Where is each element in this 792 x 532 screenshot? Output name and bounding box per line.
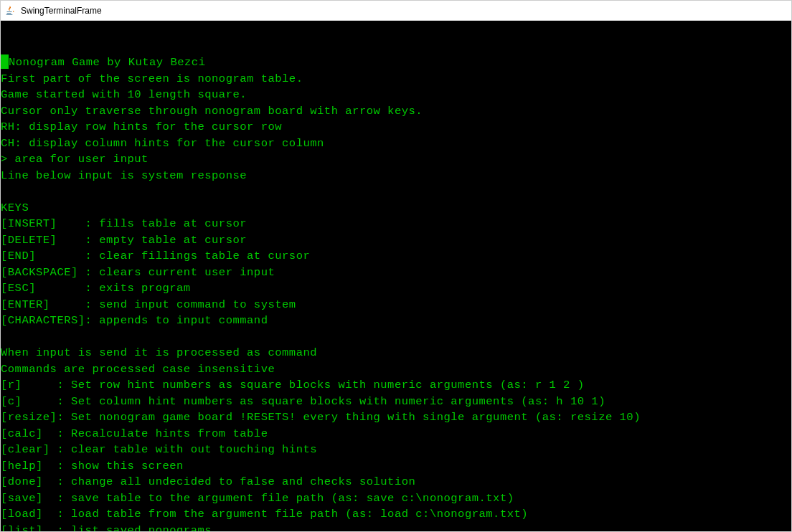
terminal-line: [END] : clear fillings table at cursor bbox=[1, 248, 791, 265]
terminal-line: [save] : save table to the argument file… bbox=[1, 490, 791, 507]
terminal-area[interactable]: Nonogram Game by Kutay BezciFirst part o… bbox=[1, 21, 791, 531]
cursor-block bbox=[1, 54, 9, 69]
terminal-line: When input is send it is processed as co… bbox=[1, 345, 791, 361]
terminal-line: > area for user input bbox=[1, 151, 791, 168]
terminal-line: Cursor only traverse through nonogram bo… bbox=[1, 103, 791, 120]
terminal-line: [INSERT] : fills table at cursor bbox=[1, 216, 791, 232]
terminal-line: [ESC] : exits program bbox=[1, 280, 791, 297]
terminal-line: [c] : Set column hint numbers as square … bbox=[1, 394, 791, 410]
terminal-line: [load] : load table from the argument fi… bbox=[1, 506, 791, 523]
terminal-line: Nonogram Game by Kutay Bezci bbox=[1, 54, 791, 71]
terminal-line: Line below input is system response bbox=[1, 168, 791, 184]
terminal-line: KEYS bbox=[1, 200, 791, 217]
java-icon bbox=[5, 5, 16, 16]
terminal-line: [r] : Set row hint numbers as square blo… bbox=[1, 377, 791, 394]
terminal-line: RH: display row hints for the cursor row bbox=[1, 119, 791, 136]
terminal-line: [resize]: Set nonogram game board !RESET… bbox=[1, 409, 791, 426]
window-title: SwingTerminalFrame bbox=[21, 6, 102, 16]
terminal-line: First part of the screen is nonogram tab… bbox=[1, 71, 791, 87]
terminal-line: CH: display column hints for the cursor … bbox=[1, 136, 791, 152]
terminal-line: Commands are processed case insensitive bbox=[1, 361, 791, 378]
terminal-line: [calc] : Recalculate hints from table bbox=[1, 426, 791, 442]
terminal-line: [ENTER] : send input command to system bbox=[1, 297, 791, 313]
terminal-line: [clear] : clear table with out touching … bbox=[1, 442, 791, 458]
terminal-line: [BACKSPACE] : clears current user input bbox=[1, 265, 791, 281]
terminal-line: [list] : list saved nonograms bbox=[1, 523, 791, 532]
terminal-line: [CHARACTERS]: appends to input command bbox=[1, 313, 791, 329]
terminal-line bbox=[1, 329, 791, 346]
titlebar[interactable]: SwingTerminalFrame bbox=[1, 1, 791, 21]
terminal-line: [done] : change all undecided to false a… bbox=[1, 474, 791, 490]
terminal-line: Game started with 10 length square. bbox=[1, 87, 791, 103]
app-window: SwingTerminalFrame Nonogram Game by Kuta… bbox=[0, 0, 792, 532]
terminal-line bbox=[1, 184, 791, 200]
terminal-line: [help] : show this screen bbox=[1, 458, 791, 475]
terminal-line: [DELETE] : empty table at cursor bbox=[1, 232, 791, 249]
